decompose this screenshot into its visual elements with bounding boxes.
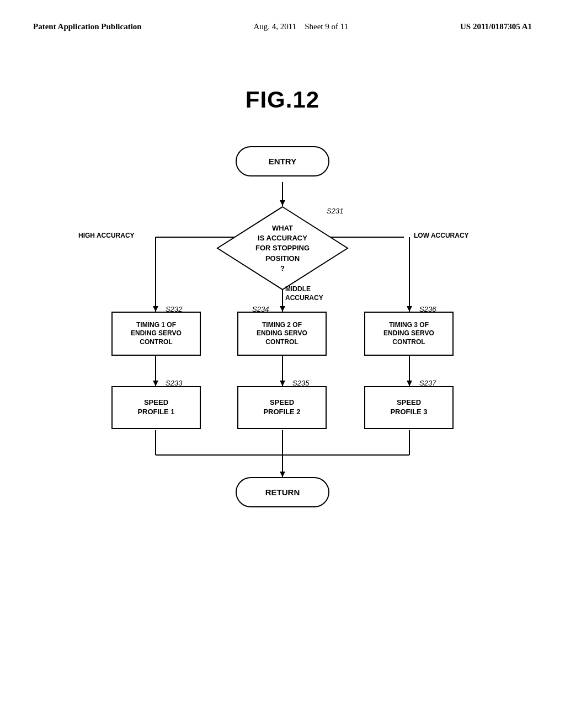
high-accuracy-label: HIGH ACCURACY	[78, 232, 135, 239]
entry-node: ENTRY	[236, 146, 329, 176]
patent-number: US 2011/0187305 A1	[460, 22, 532, 31]
timing2-node: TIMING 2 OFENDING SERVOCONTROL	[237, 312, 327, 356]
svg-marker-14	[280, 381, 285, 386]
decision-node: WHATIS ACCURACYFOR STOPPINGPOSITION?	[216, 206, 349, 291]
svg-marker-1	[280, 200, 285, 206]
speed-profile-1-node: SPEEDPROFILE 1	[111, 386, 201, 429]
svg-marker-16	[407, 381, 412, 386]
return-node: RETURN	[236, 477, 329, 507]
svg-marker-12	[153, 381, 158, 386]
publication-label: Patent Application Publication	[33, 22, 142, 31]
svg-marker-6	[153, 306, 158, 312]
speed-profile-2-node: SPEEDPROFILE 2	[237, 386, 327, 429]
middle-accuracy-label: MIDDLEACCURACY	[285, 285, 323, 302]
flowchart: ENTRY S231 WHATIS ACCURACYFOR STOPPINGPO…	[67, 141, 498, 609]
svg-marker-8	[280, 306, 285, 312]
date-label: Aug. 4, 2011	[253, 22, 296, 31]
timing1-node: TIMING 1 OFENDING SERVOCONTROL	[111, 312, 201, 356]
sheet-label: Sheet 9 of 11	[305, 22, 348, 31]
svg-marker-22	[280, 472, 285, 477]
svg-marker-10	[407, 306, 412, 312]
decision-text: WHATIS ACCURACYFOR STOPPINGPOSITION?	[255, 223, 310, 274]
figure-title: FIG.12	[0, 87, 565, 113]
speed-profile-3-node: SPEEDPROFILE 3	[364, 386, 454, 429]
low-accuracy-label: LOW ACCURACY	[414, 232, 469, 239]
timing3-node: TIMING 3 OFENDING SERVOCONTROL	[364, 312, 454, 356]
